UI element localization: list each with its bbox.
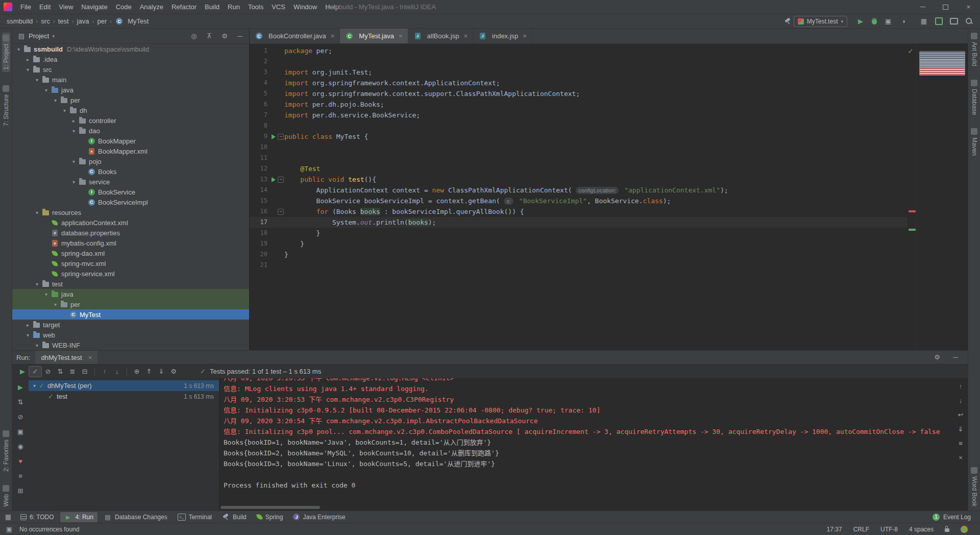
project-node-bookmapper-xml[interactable]: xBookMapper.xml [12, 146, 249, 156]
code-line-1[interactable]: 1package per; [250, 45, 907, 56]
horizontal-scrollbar[interactable] [220, 506, 320, 509]
project-node-dh[interactable]: ▾dh [12, 105, 249, 115]
project-node-spring-service-xml[interactable]: spring-service.xml [12, 269, 249, 279]
coverage-icon[interactable]: ◉ [16, 443, 24, 451]
hide-passed-icon[interactable]: ✓ [29, 366, 42, 377]
code-line-20[interactable]: 20} [250, 249, 907, 260]
expand-arrow-icon[interactable]: ▾ [60, 108, 69, 113]
project-node-test[interactable]: ▾test [12, 279, 249, 289]
run-with-coverage-icon[interactable]: ▣ [884, 17, 892, 26]
code-line-9[interactable]: 9−public class MyTest { [250, 131, 907, 142]
project-node-controller[interactable]: ▸controller [12, 115, 249, 126]
toolwindow-6-todo[interactable]: 6: TODO [16, 512, 58, 522]
expand-arrow-icon[interactable]: ▾ [42, 291, 51, 297]
maximize-button[interactable] [934, 0, 957, 14]
project-node-src[interactable]: ▾src [12, 64, 249, 75]
status-circle-icon[interactable] [961, 526, 968, 533]
error-stripe-mark-green[interactable] [909, 229, 916, 231]
tool-stripe-maven[interactable]: Maven [971, 128, 978, 156]
menu-analyze[interactable]: Analyze [136, 0, 167, 14]
toolwindow-java-enterprise[interactable]: JJava Enterprise [289, 512, 349, 522]
project-node-dao[interactable]: ▾dao [12, 126, 249, 136]
editor-tab-bookcontroller-java[interactable]: CBookController.java× [250, 29, 340, 43]
code-line-13[interactable]: 13− public void test(){ [250, 174, 907, 185]
close-button[interactable]: × [957, 0, 980, 14]
breadcrumb-mytest[interactable]: CMyTest [113, 17, 150, 26]
code-line-7[interactable]: 7import per.dh.service.BookService; [250, 110, 907, 120]
error-stripe-mark-red[interactable] [909, 210, 916, 212]
project-node-bookmapper[interactable]: IBookMapper [12, 136, 249, 146]
import-test-results-icon[interactable]: ⇑ [143, 367, 155, 377]
expand-arrow-icon[interactable]: ▾ [33, 77, 41, 83]
sort-alphabetically-icon[interactable]: ⇅ [54, 367, 66, 377]
profiler-icon[interactable]: ◑ [899, 17, 908, 26]
build-project-icon[interactable] [784, 17, 792, 25]
project-node-web-inf[interactable]: ▾WEB-INF [12, 340, 249, 350]
scroll-down-icon[interactable]: ↓ [957, 397, 965, 405]
stop-icon[interactable]: ⊘ [16, 413, 24, 421]
scroll-to-end-icon[interactable]: ⇓ [957, 425, 965, 433]
test-settings-icon[interactable]: ⚙ [167, 367, 180, 377]
expand-arrow-icon[interactable]: ▾ [14, 46, 23, 52]
code-line-12[interactable]: 12 @Test [250, 163, 907, 174]
tool-stripe-1-project[interactable]: 1: Project [2, 33, 10, 72]
code-line-21[interactable]: 21 [250, 260, 907, 271]
monitor-icon[interactable] [950, 18, 958, 25]
read-only-lock-icon[interactable] [945, 528, 949, 532]
collapse-all-icon[interactable]: ⊼ [205, 32, 213, 40]
breadcrumb-java[interactable]: java [76, 17, 91, 25]
expand-arrow-icon[interactable]: ▾ [42, 87, 51, 93]
event-log-button[interactable]: 1 Event Log [933, 514, 971, 521]
export-test-results-icon[interactable]: ⇓ [155, 367, 167, 377]
toolwindow-toggle-icon[interactable]: ▣ [5, 525, 13, 533]
run-test-gutter-icon[interactable] [272, 177, 276, 182]
code-line-17[interactable]: 17 System.out.println(books); [250, 217, 907, 228]
menu-vcs[interactable]: VCS [267, 0, 289, 14]
hide-panel-icon[interactable]: ─ [951, 353, 960, 361]
code-line-18[interactable]: 18 } [250, 228, 907, 238]
console-output[interactable]: 八月 09, 2020 3:20:53 下午 com.mchange.v2.lo… [224, 378, 952, 504]
menu-refactor[interactable]: Refactor [167, 0, 201, 14]
status-4-spaces[interactable]: 4 spaces [909, 526, 934, 533]
project-node-database-properties[interactable]: #database.properties [12, 228, 249, 238]
project-node-spring-dao-xml[interactable]: spring-dao.xml [12, 248, 249, 258]
tool-stripe-7-structure[interactable]: 7: Structure [3, 85, 10, 126]
project-view-selector[interactable]: ▤ Project ▾ [17, 32, 55, 40]
expand-arrow-icon[interactable]: ▾ [31, 383, 38, 388]
project-node-per[interactable]: ▾per [12, 95, 249, 105]
project-tree[interactable]: ▾ssmbuildD:\ideaWorkspace\ssmbuild▸.idea… [12, 44, 249, 350]
menu-tools[interactable]: Tools [244, 0, 267, 14]
test-tree[interactable]: ▾✓dhMyTest (per)1 s 613 ms✓test1 s 613 m… [29, 380, 219, 510]
status-crlf[interactable]: CRLF [853, 526, 869, 533]
scroll-up-icon[interactable]: ↑ [957, 382, 965, 391]
run-config-selector[interactable]: MyTest.test ▾ [794, 16, 847, 27]
rerun-failed-tests-icon[interactable]: ⇅ [16, 398, 24, 406]
project-node-resources[interactable]: ▾resources [12, 207, 249, 217]
tool-stripe-word-book[interactable]: Word Book [971, 467, 978, 506]
screenshot-icon[interactable] [935, 17, 943, 25]
code-line-2[interactable]: 2 [250, 56, 907, 67]
menu-navigate[interactable]: Navigate [77, 0, 111, 14]
soft-wrap-icon[interactable]: ↩ [957, 411, 965, 419]
expand-arrow-icon[interactable]: ▸ [23, 322, 32, 328]
test-node-dhmytest-per[interactable]: ▾✓dhMyTest (per)1 s 613 ms [29, 380, 219, 391]
expand-arrow-icon[interactable]: ▾ [69, 128, 78, 134]
project-node-main[interactable]: ▾main [12, 75, 249, 85]
toolwindow-4-run[interactable]: ▶4: Run [60, 512, 97, 522]
editor-tab-allbook-jsp[interactable]: JallBook.jsp× [408, 29, 473, 43]
test-node-test[interactable]: ✓test1 s 613 ms [29, 391, 219, 402]
code-line-11[interactable]: 11 [250, 153, 907, 163]
manage-tabs-icon[interactable]: ⊞ [16, 487, 24, 495]
code-line-5[interactable]: 5import org.springframework.context.supp… [250, 88, 907, 99]
code-line-8[interactable]: 8 [250, 120, 907, 131]
project-node-bookserviceimpl[interactable]: CBookServiceImpl [12, 197, 249, 207]
project-node-books[interactable]: CBooks [12, 166, 249, 177]
collapse-all-icon[interactable]: ⊟ [79, 367, 91, 377]
run-test-gutter-icon[interactable] [272, 134, 276, 139]
print-icon[interactable]: ≡ [957, 440, 965, 448]
fold-icon[interactable]: − [278, 209, 284, 215]
project-node-applicationcontext-xml[interactable]: applicationContext.xml [12, 217, 249, 228]
expand-arrow-icon[interactable]: ▾ [51, 302, 60, 307]
minimize-button[interactable] [911, 0, 934, 14]
expand-arrow-icon[interactable]: ▸ [69, 118, 78, 124]
